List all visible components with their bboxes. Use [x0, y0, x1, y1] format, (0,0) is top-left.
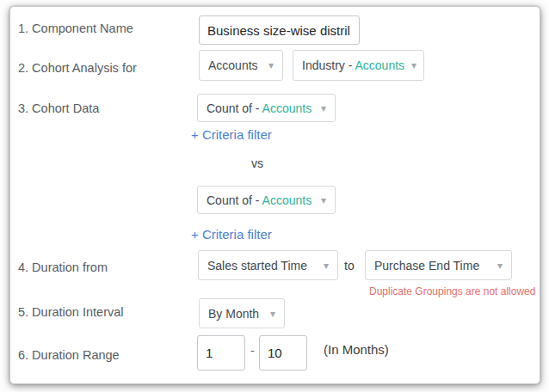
range-separator: -	[250, 344, 255, 358]
metric1-module-text: Accounts	[262, 101, 312, 115]
duration-range-unit-text: (In Months)	[324, 342, 389, 357]
criteria-filter-link-1[interactable]: + Criteria filter	[191, 127, 272, 142]
cohort-settings-panel: 1. Component Name 2. Cohort Analysis for…	[9, 6, 540, 384]
chevron-down-icon: ▾	[497, 260, 503, 271]
duration-interval-dropdown-value: By Month	[208, 307, 259, 321]
criteria-filter-link-2[interactable]: + Criteria filter	[191, 227, 272, 242]
duration-from-dropdown-value: Sales started Time	[207, 259, 307, 273]
duration-to-dropdown[interactable]: Purchase End Time ▾	[365, 250, 512, 280]
duration-range-max-input[interactable]	[259, 335, 307, 371]
cohort-metric2-dropdown[interactable]: Count of - Accounts ▾	[197, 186, 336, 214]
duration-interval-dropdown[interactable]: By Month ▾	[199, 298, 285, 328]
chevron-down-icon: ▾	[324, 260, 329, 271]
metric2-aggregate-text: Count of -	[207, 193, 262, 207]
duration-range-label: 6. Duration Range	[18, 348, 120, 362]
cohort-module-dropdown[interactable]: Accounts ▾	[199, 50, 283, 81]
duration-range-min-input[interactable]	[197, 335, 245, 371]
chevron-down-icon: ▾	[321, 103, 326, 113]
cohort-grouping-dropdown-value: Industry - Accounts	[302, 58, 404, 72]
cohort-grouping-dropdown[interactable]: Industry - Accounts ▾	[293, 50, 424, 81]
chevron-down-icon: ▾	[268, 60, 274, 70]
cohort-analysis-for-label: 2. Cohort Analysis for	[18, 61, 137, 75]
cohort-data-label: 3. Cohort Data	[18, 101, 99, 115]
metric2-module-text: Accounts	[262, 193, 312, 207]
component-name-input[interactable]	[199, 15, 360, 45]
vs-text: vs	[251, 156, 263, 170]
duration-from-dropdown[interactable]: Sales started Time ▾	[198, 250, 338, 280]
chevron-down-icon: ▾	[411, 60, 416, 70]
to-text: to	[344, 259, 355, 273]
grouping-module-text: Accounts	[355, 58, 404, 72]
metric1-aggregate-text: Count of -	[207, 101, 262, 115]
duration-to-dropdown-value: Purchase End Time	[374, 259, 479, 273]
duration-from-label: 4. Duration from	[18, 260, 108, 274]
cohort-metric2-dropdown-value: Count of - Accounts	[207, 193, 312, 207]
duration-interval-label: 5. Duration Interval	[18, 305, 124, 319]
cohort-module-dropdown-value: Accounts	[208, 58, 258, 72]
component-name-label: 1. Component Name	[18, 21, 133, 35]
grouping-field-text: Industry -	[302, 58, 355, 72]
chevron-down-icon: ▾	[321, 195, 326, 205]
chevron-down-icon: ▾	[270, 309, 275, 319]
cohort-metric1-dropdown[interactable]: Count of - Accounts ▾	[197, 94, 336, 122]
duplicate-groupings-error: Duplicate Groupings are not allowed	[369, 285, 535, 297]
cohort-metric1-dropdown-value: Count of - Accounts	[207, 101, 312, 115]
